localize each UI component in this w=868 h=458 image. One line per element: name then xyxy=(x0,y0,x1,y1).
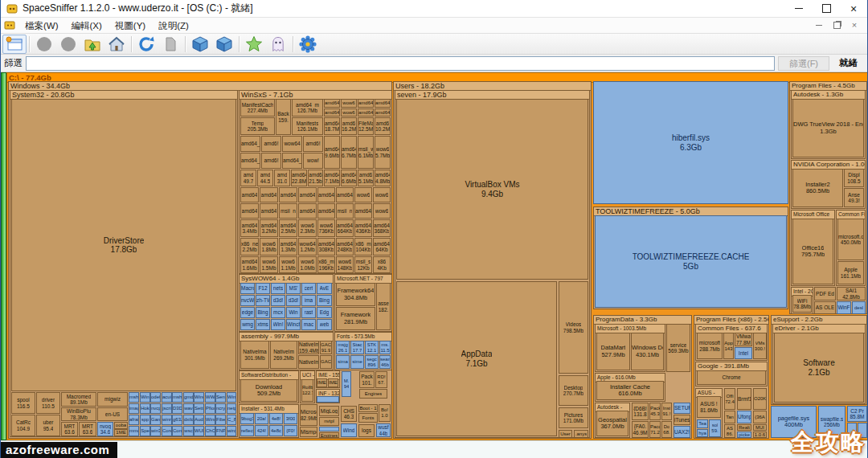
treemap-folder-leaf[interactable]: {FA0.46.9M xyxy=(632,421,649,438)
treemap-folder-leaf[interactable]: en-US xyxy=(97,407,128,421)
treemap-folder-leaf[interactable]: msil_w6.1Mb xyxy=(358,136,374,169)
treemap-file[interactable]: acui xyxy=(162,392,172,403)
treemap-folder-leaf[interactable]: Framework281.9Mb xyxy=(336,307,375,330)
treemap-file[interactable]: nets xyxy=(271,283,285,294)
treemap-file[interactable]: d3d! xyxy=(271,295,285,306)
treemap-file[interactable]: F12 xyxy=(256,283,270,294)
treemap-folder-leaf[interactable]: DataMart527.9Mb xyxy=(596,333,630,370)
treemap-file[interactable]: 4e8! xyxy=(269,413,283,424)
treemap-file[interactable]: jscri xyxy=(162,403,172,414)
treemap-file[interactable]: afrai xyxy=(129,415,139,425)
treemap-folder-leaf[interactable]: amd6464Kb xyxy=(373,238,391,256)
treemap-folder-leaf[interactable]: Bo!1.0 xyxy=(379,404,391,422)
treemap-folder-leaf[interactable]: Installer Cache616.0Mb xyxy=(596,381,664,400)
treemap-folder-leaf[interactable]: amd49.7 xyxy=(240,170,256,186)
treemap-folder-leaf[interactable]: PDF Ed xyxy=(814,287,836,301)
treemap-folder-leaf[interactable]: wow6 xyxy=(354,187,372,202)
treemap-file[interactable]: mac xyxy=(301,319,316,330)
treemap-file[interactable]: Setti xyxy=(194,403,204,414)
treemap-folder-leaf[interactable]: wow6148Kb xyxy=(336,256,354,273)
treemap-folder-leaf[interactable]: x86_m104Kb xyxy=(354,238,372,256)
treemap-folder-leaf[interactable]: wow! xyxy=(303,153,323,169)
treemap-folder-leaf[interactable]: amd64 xyxy=(317,187,335,202)
filter-star-button[interactable] xyxy=(242,35,266,54)
treemap-folder-leaf[interactable]: Installer2860.5Mb xyxy=(792,169,843,207)
treemap-folder-leaf[interactable]: Mismpc xyxy=(300,427,317,437)
treemap-folder-leaf[interactable]: amd64 xyxy=(260,203,278,219)
treemap-file[interactable]: 20a! xyxy=(255,413,268,424)
treemap-file[interactable]: 424! xyxy=(255,425,268,436)
new-view-button[interactable] xyxy=(2,35,27,54)
treemap-file[interactable]: ima xyxy=(301,295,316,306)
treemap-file[interactable]: dxilc xyxy=(183,415,194,425)
treemap-folder-leaf[interactable]: Engines xyxy=(319,432,339,438)
treemap-folder-leaf[interactable]: amd6! xyxy=(303,136,323,152)
treemap-folder-leaf[interactable]: Pack45.3 xyxy=(649,403,661,420)
treemap-folder-leaf[interactable]: service569.3Mb xyxy=(666,324,690,372)
treemap-file[interactable]: Auda xyxy=(194,415,204,425)
treemap-folder-leaf[interactable]: amd64 xyxy=(358,108,374,117)
menu-item-3[interactable]: 視圖(Y) xyxy=(108,21,152,31)
treemap-folder-leaf[interactable]: MUI xyxy=(753,424,767,431)
mdi-restore-button[interactable] xyxy=(832,21,841,31)
treemap-file[interactable]: Macro xyxy=(240,283,255,294)
treemap-folder-leaf[interactable]: amd64436Kb xyxy=(354,219,372,237)
treemap-file[interactable]: wirc xyxy=(227,426,236,436)
treemap-file[interactable]: STK12.1 xyxy=(365,341,379,354)
treemap-folder-leaf[interactable]: migwiz xyxy=(97,392,128,407)
treemap-folder-leaf[interactable]: Windows De430.1Mb xyxy=(631,333,664,370)
treemap-file[interactable]: sol59. xyxy=(709,419,721,437)
treemap-file[interactable]: Spe xyxy=(140,426,150,436)
treemap-folder-leaf[interactable]: IMET xyxy=(317,378,327,387)
treemap-folder-leaf[interactable]: amd31.0 xyxy=(274,170,290,186)
treemap-file[interactable]: wusf44b xyxy=(376,423,391,437)
treemap-file[interactable]: D3D xyxy=(172,403,182,414)
treemap-file[interactable]: 4e8c xyxy=(269,425,283,436)
treemap-folder-leaf[interactable]: CHS46.3 xyxy=(341,406,357,422)
treemap-folder-leaf[interactable]: msil_n xyxy=(336,203,354,219)
treemap-folder-leaf[interactable]: amd64248Kb xyxy=(336,238,354,256)
treemap-file[interactable]: TOOLWIZTIMEFREEZE.CACHE5Gb xyxy=(595,215,787,308)
treemap-folder-leaf[interactable]: amd64_ xyxy=(240,153,260,169)
treemap-file[interactable]: spp xyxy=(140,415,150,425)
treemap-folder-leaf[interactable]: amd643.4Mb xyxy=(240,219,259,237)
treemap-file[interactable]: Fibe xyxy=(215,415,226,425)
treemap-folder-leaf[interactable]: Fonts xyxy=(358,413,378,423)
treemap-folder-leaf[interactable]: Macromed89.1Mb xyxy=(61,392,96,407)
treemap-file[interactable]: ChC xyxy=(205,426,215,436)
treemap-folder-leaf[interactable]: amd64 xyxy=(354,203,372,219)
treemap-file[interactable]: nvcW xyxy=(240,295,255,306)
treemap-folder-leaf[interactable]: Download509.2Mb xyxy=(240,379,297,402)
treemap-file[interactable]: Pfior xyxy=(205,403,215,414)
treemap-file[interactable]: Wind xyxy=(341,423,357,437)
treemap-folder-leaf[interactable]: ooba xyxy=(114,422,128,429)
treemap-file[interactable]: d3d! xyxy=(286,295,301,306)
treemap-file[interactable]: {F0! xyxy=(284,425,297,436)
treemap-folder-leaf[interactable]: wow61.0Mb xyxy=(298,256,317,273)
treemap-folder-leaf[interactable]: amd64_ xyxy=(240,136,260,152)
refresh-button[interactable] xyxy=(134,35,158,54)
treemap-folder-leaf[interactable]: CatRc104.9 xyxy=(11,415,35,436)
treemap-folder-leaf[interactable]: amd65.1Mb xyxy=(358,170,374,186)
treemap-folder-leaf[interactable]: DriverStore17.8Gb xyxy=(11,99,236,391)
close-button[interactable]: × xyxy=(840,0,867,17)
treemap-folder-leaf[interactable]: amd641.3Mb xyxy=(279,238,297,256)
treemap-folder-leaf[interactable]: amd64 xyxy=(279,187,297,202)
treemap-folder-leaf[interactable]: AS OLE xyxy=(814,301,836,314)
treemap-folder-leaf[interactable]: amd64 xyxy=(240,187,259,202)
treemap-folder-leaf[interactable]: amd6! xyxy=(261,153,281,169)
treemap-folder-leaf[interactable]: MigLog xyxy=(319,406,339,416)
treemap-file[interactable]: mmc xyxy=(129,426,139,436)
treemap-folder-leaf[interactable]: wow62.3Mb xyxy=(298,219,317,237)
treemap-file[interactable]: UAX2! xyxy=(674,426,690,438)
treemap-file[interactable]: edge xyxy=(240,307,255,318)
free-space-strip[interactable] xyxy=(1,72,6,440)
treemap-file[interactable]: Hok xyxy=(140,403,150,414)
treemap-folder-leaf[interactable]: wow61.8Mb xyxy=(260,238,278,256)
treemap-folder-leaf[interactable]: Inst91.! xyxy=(661,403,672,420)
treemap-folder-leaf[interactable]: amd64_m126.7Mb xyxy=(292,99,323,117)
treemap-folder-leaf[interactable]: MRT63.6 xyxy=(79,422,96,436)
treemap-folder-leaf[interactable]: uber95.4 xyxy=(36,415,60,436)
treemap-file[interactable]: WinF xyxy=(837,301,851,314)
treemap-file[interactable]: win3 xyxy=(150,426,161,436)
